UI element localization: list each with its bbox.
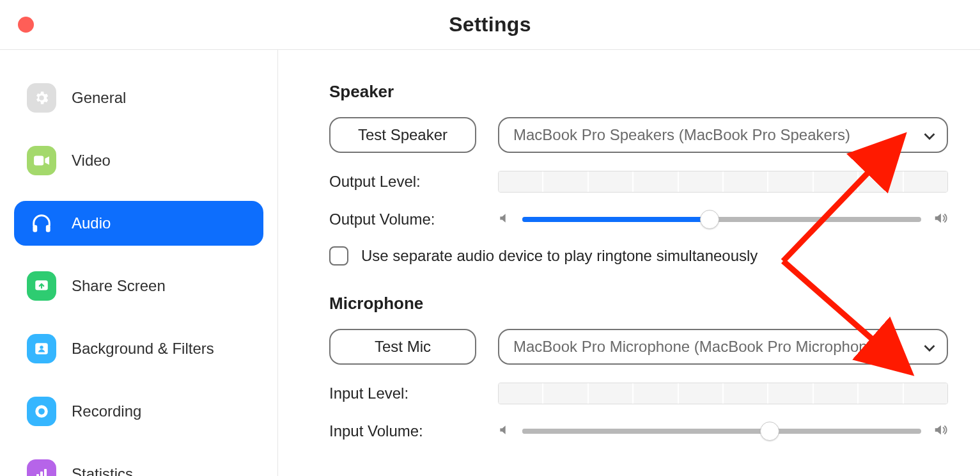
svg-point-5 xyxy=(40,345,43,349)
speaker-heading: Speaker xyxy=(329,82,948,102)
volume-high-icon xyxy=(933,423,948,440)
sidebar-item-label: Video xyxy=(72,152,111,170)
svg-rect-0 xyxy=(34,155,43,165)
test-mic-button[interactable]: Test Mic xyxy=(329,329,476,365)
svg-point-7 xyxy=(38,408,45,415)
window-title: Settings xyxy=(449,13,531,36)
sidebar-item-recording[interactable]: Recording xyxy=(14,389,263,434)
sidebar-item-background-filters[interactable]: Background & Filters xyxy=(14,326,263,371)
statistics-icon xyxy=(27,459,56,476)
svg-rect-10 xyxy=(44,469,47,476)
gear-icon xyxy=(27,83,56,113)
volume-low-icon xyxy=(498,424,511,439)
separate-ringtone-checkbox[interactable] xyxy=(329,246,348,266)
input-volume-label: Input Volume: xyxy=(329,422,476,440)
sidebar-item-label: Statistics xyxy=(72,465,133,476)
sidebar-item-label: Audio xyxy=(72,214,111,232)
headphones-icon xyxy=(27,209,56,238)
sidebar-item-audio[interactable]: Audio xyxy=(14,201,263,246)
sidebar-item-general[interactable]: General xyxy=(14,75,263,120)
mic-device-value: MacBook Pro Microphone (MacBook Pro Micr… xyxy=(513,338,881,356)
svg-rect-9 xyxy=(40,472,43,476)
output-volume-slider[interactable] xyxy=(522,217,921,222)
input-volume-slider[interactable] xyxy=(522,429,921,434)
input-level-label: Input Level: xyxy=(329,385,476,402)
speaker-device-select[interactable]: MacBook Pro Speakers (MacBook Pro Speake… xyxy=(498,117,948,153)
video-camera-icon xyxy=(27,146,56,175)
sidebar-item-statistics[interactable]: Statistics xyxy=(14,452,263,476)
share-screen-icon xyxy=(27,271,56,301)
svg-line-13 xyxy=(783,145,895,261)
sidebar-item-label: General xyxy=(72,89,126,107)
sidebar-item-label: Background & Filters xyxy=(72,340,214,358)
speaker-device-value: MacBook Pro Speakers (MacBook Pro Speake… xyxy=(513,126,850,144)
output-level-meter xyxy=(498,171,948,193)
window-header: Settings xyxy=(0,0,980,50)
volume-low-icon xyxy=(498,212,511,227)
chevron-down-icon xyxy=(924,126,935,144)
sidebar-item-label: Share Screen xyxy=(72,277,166,295)
sidebar-item-label: Recording xyxy=(72,402,141,420)
background-filters-icon xyxy=(27,334,56,363)
close-window-dot[interactable] xyxy=(18,17,34,33)
audio-settings-panel: Speaker Test Speaker MacBook Pro Speaker… xyxy=(278,50,980,476)
separate-ringtone-row[interactable]: Use separate audio device to play ringto… xyxy=(329,246,948,266)
sidebar-item-share-screen[interactable]: Share Screen xyxy=(14,264,263,308)
input-level-meter xyxy=(498,383,948,404)
output-volume-label: Output Volume: xyxy=(329,210,476,228)
settings-sidebar: General Video Audio Share Screen Backgro xyxy=(0,50,278,476)
recording-icon xyxy=(27,397,56,426)
volume-high-icon xyxy=(933,211,948,228)
chevron-down-icon xyxy=(924,338,935,356)
test-speaker-button[interactable]: Test Speaker xyxy=(329,117,476,153)
svg-rect-1 xyxy=(33,225,37,232)
separate-ringtone-label: Use separate audio device to play ringto… xyxy=(361,247,758,265)
sidebar-item-video[interactable]: Video xyxy=(14,138,263,183)
svg-rect-2 xyxy=(46,225,51,232)
output-level-label: Output Level: xyxy=(329,173,476,191)
microphone-heading: Microphone xyxy=(329,294,948,313)
mic-device-select[interactable]: MacBook Pro Microphone (MacBook Pro Micr… xyxy=(498,329,948,365)
